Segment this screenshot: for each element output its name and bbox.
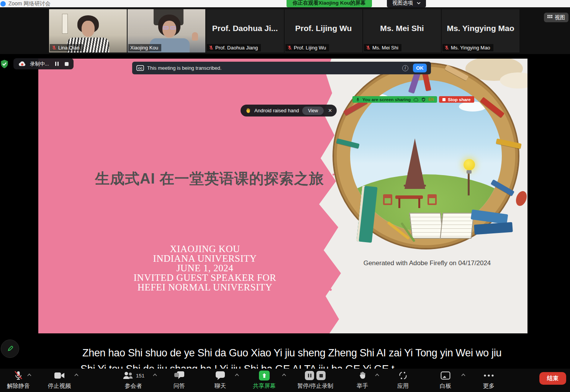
security-shield-icon[interactable] (0, 59, 8, 69)
chevron-up-icon[interactable] (282, 374, 286, 376)
video-tile[interactable]: Ms. Yingying Mao Ms. Yingying Mao (442, 9, 519, 52)
chevron-up-icon[interactable] (27, 374, 31, 376)
more-label: 更多 (483, 382, 495, 390)
stop-icon[interactable] (316, 371, 326, 380)
apps-label: 应用 (397, 382, 409, 390)
record-control-label: 暂停/停止录制 (297, 382, 333, 390)
participant-display-name: Prof. Lijing Wu (285, 24, 362, 33)
share-screen-icon (259, 371, 270, 381)
stop-share-button[interactable]: Stop share (439, 96, 474, 103)
room-decor (62, 14, 68, 34)
info-icon[interactable]: i (402, 65, 408, 71)
mic-muted-icon (366, 45, 370, 50)
avatar-hand (192, 32, 198, 41)
chevron-up-icon[interactable] (153, 374, 157, 376)
video-tile[interactable]: Lina Qian (49, 9, 127, 52)
shield-icon (421, 97, 426, 102)
mic-muted-icon (14, 371, 23, 381)
participant-name: Prof. Lijing Wu (294, 45, 326, 51)
whiteboard-button[interactable]: 白板 (440, 371, 451, 390)
participant-display-name: Ms. Mei Shi (363, 24, 441, 33)
caption-line: Zhen hao Shi shuo de ye Shi da Guo Xiao … (82, 347, 501, 359)
chevron-up-icon[interactable] (461, 374, 465, 376)
screen-share-status: You are screen sharing EN (352, 96, 437, 103)
speaker-line: XIAOJING KOU (121, 244, 289, 254)
video-tile[interactable]: Ms. Mei Shi Ms. Mei Shi (363, 9, 441, 52)
close-icon[interactable]: ✕ (328, 108, 332, 113)
window-title-bar: Zoom 网络研讨会 (0, 0, 570, 7)
screen-share-banner: You are screen sharing EN Stop share (352, 96, 474, 103)
qa-button[interactable]: 问答 (174, 371, 185, 390)
pencil-annotate-icon (6, 344, 14, 353)
qa-label: 问答 (174, 382, 185, 390)
annotate-button[interactable] (1, 340, 19, 358)
video-tile[interactable]: Prof. Lijing Wu Prof. Lijing Wu (285, 9, 362, 52)
apps-button[interactable]: 应用 (397, 371, 409, 390)
speaker-line: INVITED GUEST SPEAKER FOR (121, 273, 289, 282)
participant-name: Ms. Mei Shi (372, 45, 398, 51)
recording-indicator: 录制中... (13, 58, 74, 69)
video-tile-active-speaker[interactable]: Xiaojing Kou (128, 9, 205, 52)
whiteboard-label: 白板 (440, 382, 451, 390)
illustration-open-book (440, 213, 474, 239)
stop-icon (442, 98, 446, 101)
transcription-message: This meeting is being transcribed. (147, 65, 221, 71)
unmute-label: 解除静音 (7, 382, 30, 390)
raised-hand-view-button[interactable]: View (302, 107, 324, 115)
recording-label: 录制中... (30, 61, 49, 67)
mic-muted-icon (52, 45, 56, 50)
chat-label: 聊天 (215, 382, 226, 390)
mic-muted-icon (444, 45, 449, 50)
chevron-up-icon[interactable] (74, 374, 79, 376)
gallery-view-button[interactable]: 视图 (544, 13, 568, 22)
chevron-down-icon (417, 2, 421, 4)
transcription-ok-button[interactable]: OK (413, 64, 427, 72)
pause-icon[interactable] (305, 371, 314, 380)
chevron-up-icon[interactable] (375, 374, 379, 376)
caption-line: Shi Yi tou Shi de jiu shang ba ! Yi jiu … (80, 363, 394, 369)
video-tile[interactable]: Prof. Daohua Ji... Prof. Daohua Jiang (206, 9, 284, 52)
chat-button[interactable]: 聊天 (215, 371, 226, 390)
pause-recording-button[interactable] (55, 62, 59, 66)
participant-name-tag: Ms. Yingying Mao (442, 44, 493, 51)
speaker-line: HEFEI NORMAL UNIVERSITY (121, 282, 289, 292)
participant-name-tag: Lina Qian (50, 44, 83, 51)
unmute-button[interactable]: 解除静音 (7, 371, 30, 390)
watching-screen-text: 你正在观看Xiaojing Kou的屏幕 (293, 0, 366, 7)
mic-muted-icon (209, 45, 213, 50)
participant-display-name: Ms. Yingying Mao (442, 24, 519, 33)
participant-name-tag: Prof. Daohua Jiang (207, 44, 261, 51)
more-button[interactable]: 更多 (483, 371, 495, 390)
gallery-view-label: 视图 (555, 14, 565, 21)
mic-icon (356, 97, 360, 102)
participant-name-tag: Prof. Lijing Wu (285, 44, 329, 51)
illustration-lightbulb (464, 159, 475, 171)
participant-name: Prof. Daohua Jiang (215, 45, 258, 51)
speaker-line: JUNE 1, 2024 (121, 263, 289, 273)
avatar-face (82, 21, 95, 37)
speaker-line: INDIANA UNIVERSITY (121, 254, 289, 263)
stop-recording-button[interactable] (65, 62, 69, 66)
end-meeting-button[interactable]: 结束 (539, 372, 566, 385)
illustration-tower (405, 138, 425, 189)
avatar-glasses (163, 26, 176, 30)
stop-video-button[interactable]: 停止视频 (48, 371, 71, 390)
participant-name-tag: Xiaojing Kou (128, 44, 161, 51)
view-options-button[interactable]: 视图选项 (387, 0, 426, 7)
whiteboard-icon (441, 371, 450, 380)
slide-title: 生成式AI 在一堂英语课的探索之旅 (95, 169, 325, 189)
chevron-up-icon[interactable] (235, 374, 239, 376)
record-control-button[interactable]: 暂停/停止录制 (297, 371, 333, 390)
raise-hand-button[interactable]: 举手 (357, 371, 368, 390)
participant-name: Lina Qian (58, 45, 80, 51)
participants-button[interactable]: 151 参会者 (122, 371, 145, 390)
stop-share-label: Stop share (448, 97, 470, 102)
participant-name: Ms. Yingying Mao (451, 45, 490, 51)
cloud-recording-icon (18, 61, 26, 67)
participants-icon (122, 371, 134, 380)
live-captions: Zhen hao Shi shuo de ye Shi da Guo Xiao … (0, 340, 570, 369)
share-screen-button[interactable]: 共享屏幕 (253, 371, 276, 390)
apps-icon (398, 371, 408, 380)
language-badge: EN (428, 97, 434, 102)
app-title: Zoom 网络研讨会 (8, 0, 51, 7)
